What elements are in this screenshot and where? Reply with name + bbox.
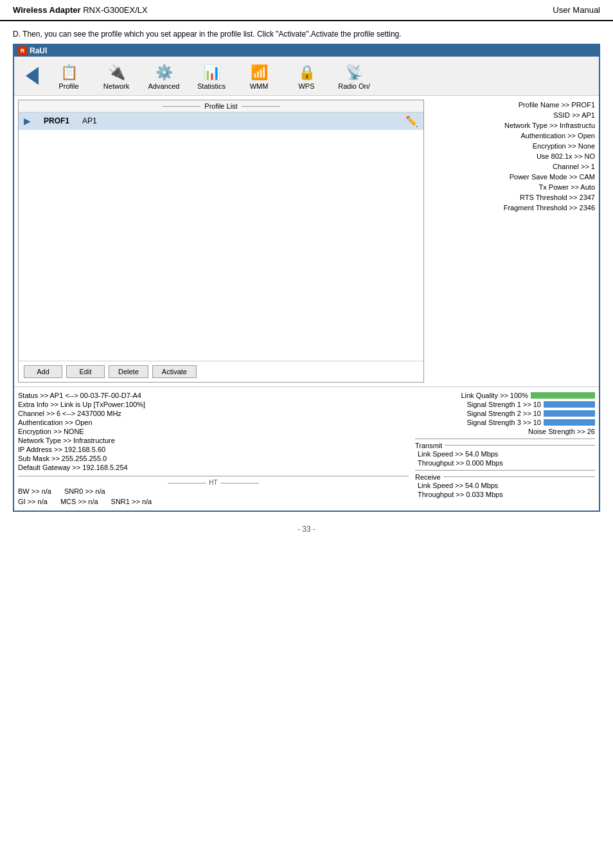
ht-snr0: SNR0 >> n/a bbox=[64, 487, 105, 495]
profile-active-arrow: ▶ bbox=[24, 116, 31, 126]
profile-info-panel: Profile Name >> PROF1 SSID >> AP1 Networ… bbox=[428, 100, 595, 383]
receive-throughput: Throughput >> 0.033 Mbps bbox=[415, 490, 595, 499]
ht-row-2: GI >> n/a MCS >> n/a SNR1 >> n/a bbox=[18, 496, 409, 507]
toolbar-statistics[interactable]: 📊 Statistics bbox=[189, 63, 234, 91]
back-arrow-icon bbox=[26, 67, 39, 85]
info-encryption: Encryption >> None bbox=[428, 141, 595, 151]
profile-edit-icon[interactable]: ✏️ bbox=[405, 115, 418, 127]
link-quality-row: Link Quality >> 100% bbox=[415, 391, 595, 400]
toolbar: 📋 Profile 🔌 Network ⚙️ Advanced 📊 Statis… bbox=[14, 57, 599, 96]
toolbar-statistics-label: Statistics bbox=[197, 82, 226, 90]
toolbar-wps[interactable]: 🔒 WPS bbox=[284, 63, 329, 91]
wmm-icon: 📶 bbox=[251, 64, 268, 81]
profile-panel-inner: Profile List ▶ PROF1 AP1 ✏️ Add Edit Del… bbox=[19, 100, 423, 382]
profile-buttons-row: Add Edit Delete Activate bbox=[19, 361, 423, 382]
info-ssid: SSID >> AP1 bbox=[428, 110, 595, 120]
info-tx-power: Tx Power >> Auto bbox=[428, 182, 595, 192]
toolbar-network[interactable]: 🔌 Network bbox=[94, 63, 139, 91]
info-channel: Channel >> 1 bbox=[428, 161, 595, 172]
profile-ssid: AP1 bbox=[82, 116, 97, 125]
signal-strength-3-label: Signal Strength 3 >> 10 bbox=[466, 419, 541, 426]
ht-section: HT BW >> n/a SNR0 >> n/a GI >> n/a MCS >… bbox=[18, 476, 409, 507]
status-subnet: Sub Mask >> 255.255.255.0 bbox=[18, 454, 409, 463]
noise-strength-label: Noise Strength >> 26 bbox=[528, 428, 595, 435]
titlebar-icon: R bbox=[18, 46, 27, 55]
signal-strength-2-bar bbox=[544, 410, 595, 417]
transmit-header: Transmit bbox=[415, 442, 595, 449]
wps-icon: 🔒 bbox=[298, 64, 315, 81]
titlebar-title: RaUI bbox=[30, 46, 47, 55]
signal-panel: Link Quality >> 100% Signal Strength 1 >… bbox=[415, 391, 595, 507]
page-header: Wireless Adapter RNX-G300EX/LX User Manu… bbox=[0, 0, 613, 21]
ht-snr1: SNR1 >> n/a bbox=[111, 498, 152, 505]
page-footer: - 33 - bbox=[0, 512, 613, 547]
header-model: RNX-G300EX/LX bbox=[81, 5, 148, 15]
receive-link-speed: Link Speed >> 54.0 Mbps bbox=[415, 481, 595, 490]
add-button[interactable]: Add bbox=[24, 365, 62, 378]
header-brand: Wireless Adapter bbox=[13, 5, 81, 15]
profile-list-content: Profile List ▶ PROF1 AP1 ✏️ bbox=[19, 100, 423, 231]
delete-button[interactable]: Delete bbox=[109, 365, 148, 378]
raui-window: R RaUI 📋 Profile 🔌 Network ⚙️ Advanced 📊… bbox=[13, 44, 600, 512]
bottom-section: Status >> AP1 <--> 00-03-7F-00-D7-A4 Ext… bbox=[14, 386, 599, 511]
toolbar-profile[interactable]: 📋 Profile bbox=[46, 63, 91, 91]
advanced-icon: ⚙️ bbox=[155, 64, 173, 81]
radio-icon: 📡 bbox=[346, 64, 363, 81]
status-channel: Channel >> 6 <--> 2437000 MHz bbox=[18, 409, 409, 418]
info-fragment: Fragment Threshold >> 2346 bbox=[428, 203, 595, 213]
header-left: Wireless Adapter RNX-G300EX/LX bbox=[13, 5, 148, 15]
main-content: Profile List ▶ PROF1 AP1 ✏️ Add Edit Del… bbox=[14, 96, 599, 386]
profile-row[interactable]: ▶ PROF1 AP1 ✏️ bbox=[19, 113, 423, 130]
ht-bw: BW >> n/a bbox=[18, 487, 51, 495]
ht-gi: GI >> n/a bbox=[18, 498, 48, 505]
ht-header: HT bbox=[18, 479, 409, 486]
edit-button[interactable]: Edit bbox=[66, 365, 105, 378]
transmit-section: Transmit Link Speed >> 54.0 Mbps Through… bbox=[415, 439, 595, 467]
transmit-link-speed: Link Speed >> 54.0 Mbps bbox=[415, 449, 595, 458]
signal-strength-1-label: Signal Strength 1 >> 10 bbox=[466, 401, 541, 408]
info-power-save: Power Save Mode >> CAM bbox=[428, 172, 595, 182]
toolbar-wps-label: WPS bbox=[298, 82, 314, 90]
top-instruction: D. Then, you can see the profile which y… bbox=[0, 21, 613, 44]
status-ip: IP Address >> 192.168.5.60 bbox=[18, 445, 409, 454]
profile-icon: 📋 bbox=[60, 64, 78, 81]
header-right: User Manual bbox=[553, 5, 600, 15]
activate-button[interactable]: Activate bbox=[152, 365, 197, 378]
signal-strength-3-bar bbox=[544, 419, 595, 426]
toolbar-radio[interactable]: 📡 Radio On/ bbox=[332, 63, 377, 91]
signal-strength-2-label: Signal Strength 2 >> 10 bbox=[466, 410, 541, 417]
status-encryption: Encryption >> NONE bbox=[18, 427, 409, 436]
info-profile-name: Profile Name >> PROF1 bbox=[428, 100, 595, 110]
page-number: - 33 - bbox=[298, 525, 315, 534]
noise-strength-row: Noise Strength >> 26 bbox=[415, 427, 595, 436]
status-ap: Status >> AP1 <--> 00-03-7F-00-D7-A4 bbox=[18, 391, 409, 400]
statistics-icon: 📊 bbox=[203, 64, 220, 81]
receive-header: Receive bbox=[415, 473, 595, 481]
status-gateway: Default Gateway >> 192.168.5.254 bbox=[18, 463, 409, 472]
toolbar-profile-label: Profile bbox=[58, 82, 78, 90]
toolbar-advanced-label: Advanced bbox=[148, 82, 180, 90]
signal-strength-1-bar bbox=[544, 401, 595, 408]
toolbar-wmm[interactable]: 📶 WMM bbox=[236, 63, 281, 91]
info-auth: Authentication >> Open bbox=[428, 131, 595, 141]
back-button[interactable] bbox=[21, 60, 44, 91]
status-info: Status >> AP1 <--> 00-03-7F-00-D7-A4 Ext… bbox=[18, 391, 409, 507]
transmit-throughput: Throughput >> 0.000 Mbps bbox=[415, 458, 595, 467]
toolbar-network-label: Network bbox=[103, 82, 129, 90]
titlebar: R RaUI bbox=[14, 45, 599, 57]
signal-strength-1-row: Signal Strength 1 >> 10 bbox=[415, 400, 595, 409]
info-network-type: Network Type >> Infrastructu bbox=[428, 120, 595, 131]
status-network-type: Network Type >> Infrastructure bbox=[18, 436, 409, 445]
receive-section: Receive Link Speed >> 54.0 Mbps Throughp… bbox=[415, 470, 595, 499]
ht-row-1: BW >> n/a SNR0 >> n/a bbox=[18, 486, 409, 496]
network-icon: 🔌 bbox=[108, 64, 125, 81]
status-extra-info: Extra Info >> Link is Up [TxPower:100%] bbox=[18, 400, 409, 409]
profile-panel: Profile List ▶ PROF1 AP1 ✏️ Add Edit Del… bbox=[18, 100, 424, 383]
toolbar-advanced[interactable]: ⚙️ Advanced bbox=[141, 63, 186, 91]
signal-strength-2-row: Signal Strength 2 >> 10 bbox=[415, 409, 595, 418]
link-quality-label: Link Quality >> 100% bbox=[461, 392, 528, 399]
status-auth: Authentication >> Open bbox=[18, 418, 409, 427]
signal-strength-3-row: Signal Strength 3 >> 10 bbox=[415, 418, 595, 427]
info-rts: RTS Threshold >> 2347 bbox=[428, 192, 595, 203]
link-quality-bar bbox=[531, 392, 595, 399]
